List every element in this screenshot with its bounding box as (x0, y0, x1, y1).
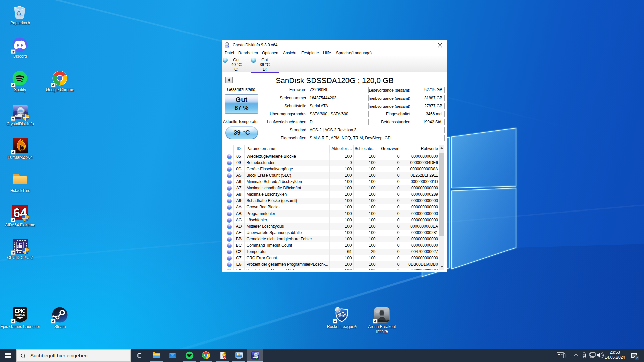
svg-text:GAMES: GAMES (15, 313, 25, 316)
svg-text:EPIC: EPIC (15, 308, 26, 314)
svg-text:2: 2 (636, 356, 638, 360)
